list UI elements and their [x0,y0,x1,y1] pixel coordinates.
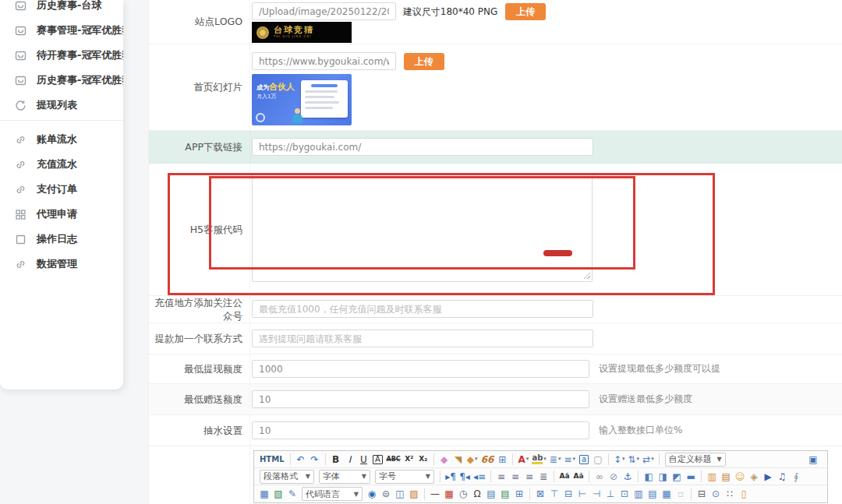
insert-code-icon[interactable]: ◉ [366,487,378,501]
outdent-icon[interactable]: ¶◂ [458,470,471,484]
custom-title-select[interactable]: 自定义标题▼ [665,453,726,467]
sidebar-item[interactable]: 历史赛事-冠军优胜猜 [0,68,123,93]
insert-row-icon[interactable]: ⊢ [576,487,589,501]
unordered-list-icon[interactable]: ≡▾ [563,453,576,467]
multi-column-icon[interactable]: ◫ [394,487,406,501]
strikethrough-icon[interactable]: ABC [386,453,402,467]
special-char-icon[interactable]: Ω [471,487,483,501]
insert-date-icon[interactable]: ▦ [443,487,455,501]
delete-row-icon[interactable]: ⊥ [604,487,617,501]
subscript-icon[interactable]: X₂ [417,453,430,467]
indent-icon[interactable]: ▸¶ [444,470,457,484]
font-family-select[interactable]: 字体▼ [319,470,370,484]
withdraw-contact-input[interactable] [252,330,593,347]
background-color-icon[interactable]: ▨ [408,487,420,501]
line-height-icon[interactable]: ↕▾ [613,453,626,467]
sidebar-item[interactable]: 账单流水 [0,127,123,152]
find-replace-icon[interactable]: ∷ [723,487,736,501]
highlight-color-icon[interactable]: ab▾ [531,453,547,467]
insert-table-icon[interactable]: ⊞ [513,487,525,501]
image-align-left-icon[interactable]: ◧ [642,470,655,484]
first-line-indent-icon[interactable]: ◂≡ [472,470,486,484]
bold-icon[interactable]: B [330,453,342,467]
italic-icon[interactable]: I [344,453,356,467]
insert-image-icon[interactable]: ▥ [706,470,718,484]
blockquote-icon[interactable]: 66 [480,453,495,467]
merge-cells-down-icon[interactable]: ▤ [646,487,659,501]
sidebar-item[interactable]: 数据管理 [0,252,123,277]
underline-icon[interactable]: U [358,453,370,467]
eraser-icon[interactable]: ◆ [438,453,451,467]
paste-icon[interactable]: ▯ [738,487,750,501]
paragraph-spacing-icon[interactable]: ⇅▾ [628,453,641,467]
align-left-icon[interactable]: ≡ [495,470,508,484]
html-source-button[interactable]: HTML [257,455,287,463]
insert-time-icon[interactable]: ◷ [457,487,469,501]
page-break-icon[interactable]: ⊜ [380,487,392,501]
h5-service-code-textarea[interactable] [252,173,593,282]
emoticon-icon[interactable]: ☺ [734,470,746,484]
print-icon[interactable]: ⊟ [695,487,708,501]
home-slider-input[interactable] [252,52,396,70]
image-block-icon[interactable]: ▬ [685,470,697,484]
align-justify-icon[interactable]: ≣ [537,470,550,484]
code-language-select[interactable]: 代码语言▼ [302,487,363,501]
sidebar-item[interactable]: 提现列表 [0,93,123,118]
attachment-icon[interactable]: ∮ [790,470,802,484]
align-right-icon[interactable]: ≡ [523,470,536,484]
insert-map-icon[interactable]: ◈ [748,470,760,484]
image-align-right-icon[interactable]: ◩ [670,470,683,484]
preview-icon[interactable]: ⊙ [709,487,722,501]
paragraph-format-select[interactable]: 段落格式▼ [260,470,314,484]
anchor-icon[interactable]: ⚓ [621,470,634,484]
sidebar-item[interactable]: 支付订单 [0,177,123,202]
align-center-icon[interactable]: ≡ [509,470,522,484]
quick-format-icon[interactable]: ⊞ [496,453,508,467]
to-uppercase-icon[interactable]: Aâ [558,470,571,484]
album-icon[interactable]: ▧ [272,487,285,501]
insert-col-icon[interactable]: ⊣ [590,487,603,501]
site-logo-upload-button[interactable]: 上传 [505,3,546,20]
fullscreen-icon[interactable]: ▣ [807,453,819,467]
undo-icon[interactable]: ↶ [295,453,307,467]
font-size-select[interactable]: 字号▼ [375,470,434,484]
font-border-icon[interactable]: A [372,453,384,467]
sidebar-item[interactable]: 赛事管理-冠军优胜猜 [0,18,123,43]
sidebar-item[interactable]: 历史赛事-台球 [0,0,123,18]
insert-video-icon[interactable]: ▶ [762,470,774,484]
horizontal-rule-icon[interactable]: — [429,487,441,501]
table-header-icon[interactable]: ⊤ [548,487,561,501]
table-cell-props-icon[interactable]: ▫ [674,487,687,501]
sidebar-item[interactable]: 操作日志 [0,227,123,252]
image-align-center-icon[interactable]: ◨ [656,470,669,484]
letter-spacing-icon[interactable]: ⇄▾ [642,453,655,467]
ordered-list-icon[interactable]: ≣▾ [549,453,562,467]
redo-icon[interactable]: ↷ [309,453,321,467]
format-brush-icon[interactable]: ◥ [452,453,465,467]
min-gift-input[interactable] [252,390,589,408]
table-props-icon[interactable]: ▦ [660,487,673,501]
delete-table-icon[interactable]: ⊠ [534,487,547,501]
site-logo-input[interactable] [252,2,396,20]
chart-icon[interactable]: ▦ [258,487,271,501]
split-cell-icon[interactable]: ⊟ [562,487,575,501]
superscript-icon[interactable]: X² [403,453,416,467]
min-withdraw-input[interactable] [252,360,589,378]
home-slider-upload-button[interactable]: 上传 [404,53,444,70]
paint-format-icon[interactable]: ◆▾ [466,453,479,467]
word-import-icon[interactable]: ▤ [485,487,497,501]
link-icon[interactable]: ∞ [593,470,606,484]
sidebar-item[interactable]: 待开赛事-冠军优胜猜 [0,43,123,68]
app-download-input[interactable] [252,138,593,156]
lowercase-icon[interactable]: a [578,453,590,467]
merge-cells-right-icon[interactable]: ▥ [632,487,645,501]
sidebar-item[interactable]: 充值流水 [0,152,123,177]
edit-html-icon[interactable]: ✎ [286,487,299,501]
font-color-icon[interactable]: A▾ [517,453,529,467]
insert-music-icon[interactable]: ♫ [776,470,788,484]
unlink-icon[interactable]: ⊘ [607,470,620,484]
rake-setting-input[interactable] [252,421,589,439]
to-lowercase-icon[interactable]: Aã [572,470,585,484]
delete-col-icon[interactable]: ⊡ [618,487,631,501]
screenshot-icon[interactable]: ▤ [720,470,732,484]
